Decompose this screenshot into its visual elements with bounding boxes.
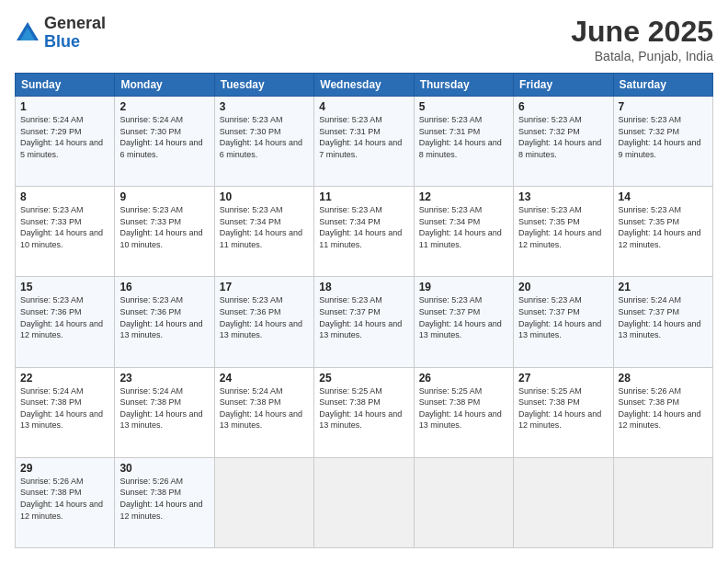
day-info: Sunrise: 5:23 AMSunset: 7:35 PMDaylight:… (518, 205, 601, 249)
logo-blue: Blue (44, 33, 106, 52)
header: General Blue June 2025 Batala, Punjab, I… (15, 15, 713, 63)
day-number: 12 (419, 190, 508, 203)
calendar-week-row: 22 Sunrise: 5:24 AMSunset: 7:38 PMDaylig… (16, 367, 713, 457)
day-number: 2 (119, 100, 209, 113)
day-info: Sunrise: 5:23 AMSunset: 7:31 PMDaylight:… (319, 115, 402, 159)
calendar-cell (314, 457, 414, 547)
day-number: 22 (20, 372, 109, 385)
day-info: Sunrise: 5:25 AMSunset: 7:38 PMDaylight:… (419, 386, 502, 431)
calendar-cell: 11 Sunrise: 5:23 AMSunset: 7:34 PMDaylig… (314, 187, 414, 277)
day-info: Sunrise: 5:24 AMSunset: 7:30 PMDaylight:… (119, 115, 202, 159)
calendar-cell: 14 Sunrise: 5:23 AMSunset: 7:35 PMDaylig… (613, 187, 712, 277)
month-title: June 2025 (571, 15, 713, 49)
day-number: 7 (619, 100, 708, 113)
calendar-cell (514, 457, 613, 547)
weekday-header-thursday: Thursday (414, 74, 513, 97)
logo-icon (15, 20, 40, 46)
day-number: 21 (619, 281, 708, 293)
day-number: 19 (419, 281, 508, 293)
day-info: Sunrise: 5:23 AMSunset: 7:34 PMDaylight:… (220, 205, 302, 249)
day-info: Sunrise: 5:23 AMSunset: 7:33 PMDaylight:… (119, 205, 202, 249)
weekday-header-wednesday: Wednesday (314, 74, 414, 97)
calendar-cell: 30 Sunrise: 5:26 AMSunset: 7:38 PMDaylig… (115, 457, 214, 547)
location: Batala, Punjab, India (571, 49, 713, 63)
calendar-cell: 20 Sunrise: 5:23 AMSunset: 7:37 PMDaylig… (514, 277, 613, 367)
day-info: Sunrise: 5:26 AMSunset: 7:38 PMDaylight:… (619, 386, 701, 431)
day-number: 23 (119, 372, 209, 385)
day-info: Sunrise: 5:23 AMSunset: 7:37 PMDaylight:… (419, 295, 502, 339)
calendar-cell: 22 Sunrise: 5:24 AMSunset: 7:38 PMDaylig… (16, 367, 115, 457)
day-info: Sunrise: 5:24 AMSunset: 7:38 PMDaylight:… (220, 386, 302, 431)
calendar-cell: 18 Sunrise: 5:23 AMSunset: 7:37 PMDaylig… (314, 277, 414, 367)
title-block: June 2025 Batala, Punjab, India (571, 15, 713, 63)
calendar-cell: 21 Sunrise: 5:24 AMSunset: 7:37 PMDaylig… (613, 277, 712, 367)
weekday-header-friday: Friday (514, 74, 613, 97)
calendar-cell: 24 Sunrise: 5:24 AMSunset: 7:38 PMDaylig… (214, 367, 313, 457)
day-number: 20 (518, 281, 608, 293)
day-info: Sunrise: 5:24 AMSunset: 7:38 PMDaylight:… (20, 386, 103, 431)
day-number: 8 (20, 190, 109, 203)
calendar-cell: 7 Sunrise: 5:23 AMSunset: 7:32 PMDayligh… (613, 97, 712, 187)
calendar-cell: 28 Sunrise: 5:26 AMSunset: 7:38 PMDaylig… (613, 367, 712, 457)
day-info: Sunrise: 5:23 AMSunset: 7:37 PMDaylight:… (319, 295, 402, 339)
day-info: Sunrise: 5:23 AMSunset: 7:36 PMDaylight:… (220, 295, 302, 339)
day-number: 1 (20, 100, 109, 113)
day-info: Sunrise: 5:24 AMSunset: 7:29 PMDaylight:… (20, 115, 103, 159)
day-info: Sunrise: 5:23 AMSunset: 7:32 PMDaylight:… (518, 115, 601, 159)
day-number: 26 (419, 372, 508, 385)
day-number: 10 (220, 190, 309, 203)
day-number: 6 (518, 100, 608, 113)
day-info: Sunrise: 5:25 AMSunset: 7:38 PMDaylight:… (319, 386, 402, 431)
day-number: 14 (619, 190, 708, 203)
day-number: 11 (319, 190, 408, 203)
day-number: 24 (220, 372, 309, 385)
calendar-cell: 8 Sunrise: 5:23 AMSunset: 7:33 PMDayligh… (16, 187, 115, 277)
calendar-cell: 23 Sunrise: 5:24 AMSunset: 7:38 PMDaylig… (115, 367, 214, 457)
day-info: Sunrise: 5:26 AMSunset: 7:38 PMDaylight:… (119, 477, 202, 521)
day-info: Sunrise: 5:24 AMSunset: 7:38 PMDaylight:… (119, 386, 202, 431)
day-info: Sunrise: 5:23 AMSunset: 7:33 PMDaylight:… (20, 205, 103, 249)
calendar-cell: 13 Sunrise: 5:23 AMSunset: 7:35 PMDaylig… (514, 187, 613, 277)
day-info: Sunrise: 5:23 AMSunset: 7:36 PMDaylight:… (20, 295, 103, 339)
calendar-cell: 2 Sunrise: 5:24 AMSunset: 7:30 PMDayligh… (115, 97, 214, 187)
calendar-table: SundayMondayTuesdayWednesdayThursdayFrid… (15, 73, 713, 548)
day-info: Sunrise: 5:23 AMSunset: 7:32 PMDaylight:… (619, 115, 701, 159)
calendar-cell (414, 457, 513, 547)
logo-text: General Blue (44, 15, 106, 52)
calendar-cell: 15 Sunrise: 5:23 AMSunset: 7:36 PMDaylig… (16, 277, 115, 367)
day-info: Sunrise: 5:23 AMSunset: 7:37 PMDaylight:… (518, 295, 601, 339)
day-info: Sunrise: 5:23 AMSunset: 7:30 PMDaylight:… (220, 115, 302, 159)
calendar-week-row: 8 Sunrise: 5:23 AMSunset: 7:33 PMDayligh… (16, 187, 713, 277)
day-number: 29 (20, 462, 109, 475)
weekday-header-tuesday: Tuesday (214, 74, 313, 97)
logo: General Blue (15, 15, 106, 52)
day-info: Sunrise: 5:26 AMSunset: 7:38 PMDaylight:… (20, 477, 103, 521)
page: General Blue June 2025 Batala, Punjab, I… (0, 0, 728, 563)
calendar-week-row: 15 Sunrise: 5:23 AMSunset: 7:36 PMDaylig… (16, 277, 713, 367)
day-info: Sunrise: 5:24 AMSunset: 7:37 PMDaylight:… (619, 295, 701, 339)
calendar-cell: 17 Sunrise: 5:23 AMSunset: 7:36 PMDaylig… (214, 277, 313, 367)
calendar-cell: 3 Sunrise: 5:23 AMSunset: 7:30 PMDayligh… (214, 97, 313, 187)
day-info: Sunrise: 5:23 AMSunset: 7:31 PMDaylight:… (419, 115, 502, 159)
day-info: Sunrise: 5:23 AMSunset: 7:34 PMDaylight:… (319, 205, 402, 249)
day-number: 15 (20, 281, 109, 293)
calendar-cell: 6 Sunrise: 5:23 AMSunset: 7:32 PMDayligh… (514, 97, 613, 187)
weekday-header-sunday: Sunday (16, 74, 115, 97)
day-number: 18 (319, 281, 408, 293)
day-info: Sunrise: 5:23 AMSunset: 7:36 PMDaylight:… (119, 295, 202, 339)
calendar-cell: 29 Sunrise: 5:26 AMSunset: 7:38 PMDaylig… (16, 457, 115, 547)
day-number: 17 (220, 281, 309, 293)
day-number: 16 (119, 281, 209, 293)
day-number: 4 (319, 100, 408, 113)
calendar-cell: 5 Sunrise: 5:23 AMSunset: 7:31 PMDayligh… (414, 97, 513, 187)
day-number: 9 (119, 190, 209, 203)
day-number: 28 (619, 372, 708, 385)
day-info: Sunrise: 5:23 AMSunset: 7:35 PMDaylight:… (619, 205, 701, 249)
calendar-cell: 1 Sunrise: 5:24 AMSunset: 7:29 PMDayligh… (16, 97, 115, 187)
day-info: Sunrise: 5:25 AMSunset: 7:38 PMDaylight:… (518, 386, 601, 431)
day-number: 25 (319, 372, 408, 385)
calendar-cell: 12 Sunrise: 5:23 AMSunset: 7:34 PMDaylig… (414, 187, 513, 277)
calendar-cell: 25 Sunrise: 5:25 AMSunset: 7:38 PMDaylig… (314, 367, 414, 457)
calendar-cell: 19 Sunrise: 5:23 AMSunset: 7:37 PMDaylig… (414, 277, 513, 367)
calendar-cell: 9 Sunrise: 5:23 AMSunset: 7:33 PMDayligh… (115, 187, 214, 277)
